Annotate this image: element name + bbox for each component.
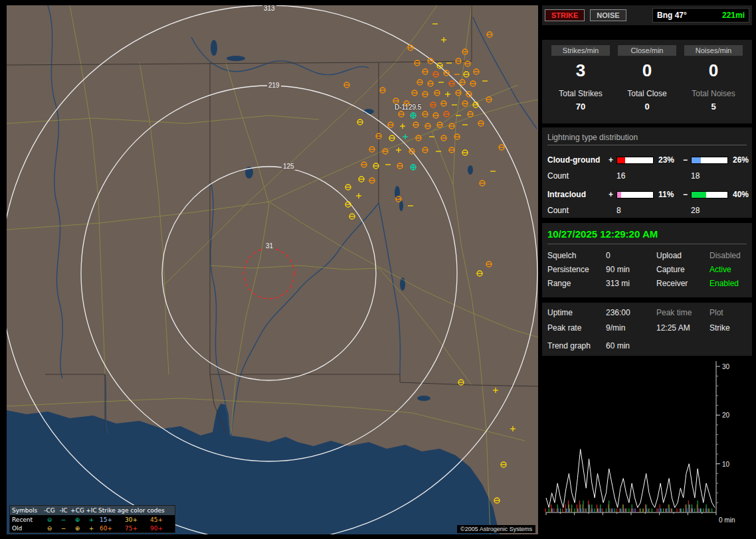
- plot-label: Plot: [709, 308, 747, 317]
- age-15: 15+: [98, 516, 124, 523]
- capture-value: Active: [709, 265, 747, 274]
- ic-plus-bar: [616, 191, 654, 198]
- datetime-display: 10/27/2025 12:29:20 AM: [547, 228, 747, 244]
- pos-cg-icon: ⊕: [70, 516, 84, 523]
- age-30: 30+: [124, 516, 149, 523]
- ic-minus-count: 28: [691, 206, 729, 215]
- legend-col-neg-ic: -IC: [56, 507, 70, 514]
- upload-value: Disabled: [709, 251, 747, 260]
- ic-minus-pct: 40%: [729, 190, 749, 199]
- cloud-ground-count-row: Count 16 18: [547, 169, 747, 183]
- legend-symbols-label: Symbols: [12, 507, 43, 514]
- receiver-value: Enabled: [709, 279, 747, 288]
- bearing-distance: 221mi: [722, 11, 745, 20]
- strike-indicator-button[interactable]: STRIKE: [545, 9, 585, 21]
- trend-graph: 1020300 min: [542, 358, 752, 534]
- age-90: 90+: [149, 525, 174, 532]
- total-noises-value: 5: [680, 102, 747, 112]
- legend-col-pos-cg: +CG: [70, 507, 84, 514]
- legend-row-old: Old ⊖ − ⊕ + 60+ 75+ 90+: [10, 524, 175, 532]
- close-per-min-value: 0: [614, 60, 680, 80]
- noises-column: Noises/min 0 Total Noises 5: [680, 45, 747, 112]
- intracloud-row: Intracloud + 11% − 40%: [547, 188, 747, 201]
- cloud-ground-row: Cloud-ground + 23% − 26%: [547, 153, 747, 167]
- bearing-value: Bng 47°: [657, 11, 687, 20]
- cg-plus-pct: 23%: [655, 155, 683, 165]
- receiver-label: Receiver: [656, 279, 709, 288]
- noises-per-min-header[interactable]: Noises/min: [684, 45, 743, 56]
- age-60: 60+: [98, 525, 124, 532]
- total-close-value: 0: [614, 102, 680, 112]
- plus-sign: +: [609, 155, 616, 165]
- close-per-min-header[interactable]: Close/min: [618, 45, 676, 56]
- ic-plus-pct: 11%: [655, 190, 683, 199]
- strike-symbol: [411, 113, 416, 118]
- trend-graph-value: 60 min: [606, 341, 656, 350]
- cg-minus-bar: [691, 157, 728, 164]
- noise-indicator-button[interactable]: NOISE: [590, 9, 626, 21]
- clock-settings-section: 10/27/2025 12:29:20 AM Squelch 0 Upload …: [542, 223, 752, 297]
- cg-minus-count: 18: [691, 171, 729, 181]
- range-value: 313 mi: [606, 279, 656, 288]
- svg-text:30: 30: [722, 363, 730, 370]
- stats-grid: Uptime 236:00 Peak time Plot Peak rate 9…: [547, 308, 747, 350]
- cg-plus-count: 16: [616, 171, 655, 181]
- pos-ic-icon: +: [84, 516, 98, 523]
- strike-symbol: [411, 165, 416, 170]
- peak-rate-value: 9/min: [606, 323, 656, 333]
- strikes-column: Strikes/min 3 Total Strikes 70: [547, 45, 614, 112]
- age-75: 75+: [124, 525, 149, 532]
- copyright-credit: ©2005 Astrogenic Systems: [457, 525, 535, 533]
- bearing-readout: Bng 47° 221mi: [652, 8, 749, 23]
- persistence-value: 90 min: [606, 265, 656, 274]
- stats-section: Uptime 236:00 Peak time Plot Peak rate 9…: [542, 303, 752, 356]
- cg-minus-pct: 26%: [729, 155, 749, 165]
- alarm-bar: STRIKE NOISE Bng 47° 221mi: [542, 5, 752, 25]
- noises-per-min-value: 0: [680, 60, 747, 80]
- svg-text:0 min: 0 min: [719, 516, 735, 524]
- total-noises-label: Total Noises: [680, 89, 747, 98]
- lightning-map[interactable]: 313 219 125 31 D-1129.5 Symbols -CG -IC …: [7, 5, 538, 534]
- range-ring-label: 219: [267, 82, 281, 89]
- ic-plus-count: 8: [616, 206, 655, 215]
- legend-header: Symbols -CG -IC +CG +IC Strike age color…: [10, 506, 175, 515]
- neg-cg-icon: ⊖: [43, 525, 56, 532]
- range-ring-label: 313: [262, 5, 276, 12]
- strikes-per-min-value: 3: [547, 60, 614, 80]
- close-column: Close/min 0 Total Close 0: [614, 45, 680, 112]
- settings-grid: Squelch 0 Upload Disabled Persistence 90…: [547, 251, 747, 288]
- uptime-label: Uptime: [547, 308, 606, 317]
- trend-graph-label: Trend graph: [547, 341, 606, 350]
- count-label: Count: [547, 171, 609, 181]
- map-legend: Symbols -CG -IC +CG +IC Strike age color…: [9, 505, 175, 533]
- rate-section: Strikes/min 3 Total Strikes 70 Close/min…: [542, 40, 752, 123]
- minus-sign: −: [683, 190, 691, 199]
- squelch-label: Squelch: [547, 251, 606, 260]
- total-close-label: Total Close: [614, 89, 680, 98]
- total-strikes-value: 70: [547, 102, 614, 112]
- status-panel: STRIKE NOISE Bng 47° 221mi Strikes/min 3…: [542, 5, 752, 534]
- neg-ic-icon: −: [56, 525, 70, 532]
- persistence-label: Persistence: [547, 265, 606, 274]
- range-ring-label: 31: [264, 242, 274, 250]
- capture-label: Capture: [656, 265, 709, 274]
- strikes-per-min-header[interactable]: Strikes/min: [551, 45, 610, 56]
- peak-time-value: 12:25 AM: [656, 323, 709, 333]
- count-label: Count: [547, 206, 609, 215]
- distribution-section: Lightning type distribution Cloud-ground…: [542, 127, 752, 218]
- neg-ic-icon: −: [56, 516, 70, 523]
- total-strikes-label: Total Strikes: [547, 89, 614, 98]
- plot-value: Strike: [709, 323, 747, 333]
- age-45: 45+: [149, 516, 174, 523]
- squelch-value: 0: [606, 251, 656, 260]
- distribution-title: Lightning type distribution: [547, 133, 747, 145]
- rate-grid: Strikes/min 3 Total Strikes 70 Close/min…: [547, 45, 747, 112]
- upload-label: Upload: [656, 251, 709, 260]
- trend-graph-section: 1020300 min: [542, 358, 752, 534]
- storm-cell-label: D-1129.5: [395, 104, 421, 111]
- svg-text:20: 20: [722, 412, 730, 419]
- neg-cg-icon: ⊖: [43, 516, 56, 523]
- legend-age-title: Strike age color codes: [98, 507, 174, 514]
- pos-cg-icon: ⊕: [70, 525, 84, 532]
- legend-col-pos-ic: +IC: [84, 507, 98, 514]
